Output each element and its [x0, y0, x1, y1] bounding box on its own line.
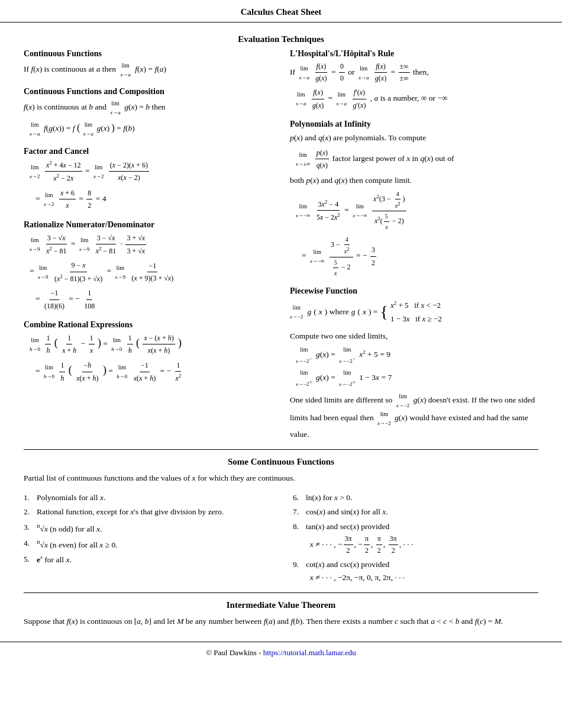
section-divider-2	[24, 592, 538, 593]
continuous-functions-list: 1. Polynomials for all x. 2. Rational fu…	[24, 489, 538, 585]
list-item-7: 7. cos(x) and sin(x) for all x.	[293, 505, 538, 518]
piecewise-text1: Compute two one sided limits,	[290, 330, 538, 343]
page-footer: © Paul Dawkins - https://tutorial.math.l…	[0, 642, 562, 662]
section-divider-1	[24, 449, 538, 450]
list-item-1: 1. Polynomials for all x.	[24, 491, 269, 504]
ivt-title: Intermediate Value Theorem	[24, 600, 538, 610]
list-item-8: 8. tan(x) and sec(x) provided x ≠ · · · …	[293, 520, 538, 556]
header-title: Calculus Cheat Sheet	[241, 7, 322, 17]
factor-cancel-title: Factor and Cancel	[24, 147, 272, 156]
footer-copyright: © Paul Dawkins	[206, 648, 257, 657]
left-column: Continuous Functions If f(x) is continuo…	[24, 49, 272, 387]
list-item-2: 2. Rational function, except for x's tha…	[24, 505, 269, 518]
list-item-9: 9. cot(x) and csc(x) provided x ≠ · · · …	[293, 558, 538, 584]
continuous-functions-title: Continuous Functions	[24, 49, 272, 59]
piecewise-title: Piecewise Function	[290, 286, 538, 296]
poly-inf-example2: = lim x→−∞ 3 − 4x2 5x − 2 = − 3 2	[302, 234, 538, 278]
lhospital-formula: lim x→a f(x) g(x) = lim x→a f′(x)	[296, 86, 538, 111]
composition-formula: lim x→a f(g(x)) = f ( lim x→a g(x) ) = f…	[30, 120, 272, 138]
list-col-right: 6. ln(x) for x > 0. 7. cos(x) and sin(x)…	[293, 489, 538, 585]
list-item-6: 6. ln(x) for x > 0.	[293, 491, 538, 504]
list-item-4: 4. n√x (n even) for all x ≥ 0.	[24, 537, 269, 551]
poly-inf-example1: lim x→−∞ 3x2 − 4 5x − 2x2 = lim x→−∞ x2	[296, 189, 538, 232]
polynomials-infinity-text: p(x) and q(x) are polynomials. To comput…	[290, 131, 538, 144]
factor-cancel-formula1: lim x→2 x2 + 4x − 12 x2 − 2x = lim x→2	[30, 159, 272, 185]
right-column: L'Hospital's/L'Hôpital's Rule If lim x→a…	[290, 49, 538, 442]
continuous-functions-intro: Partial list of continuous functions and…	[24, 472, 538, 485]
lhospital-text1: If lim x→a f(x) g(x) = 0 0 or	[290, 61, 538, 84]
combine-formula2: = lim h→0 1 h ( −h x(x + h) ) =	[35, 359, 272, 385]
combine-formula1: lim h→0 1 h ( 1 x + h − 1 x )	[30, 332, 272, 357]
composition-title: Continuous Functions and Composition	[24, 87, 272, 96]
evaluation-techniques-section: Continuous Functions If f(x) is continuo…	[24, 49, 538, 442]
some-continuous-title: Some Continuous Functions	[24, 457, 538, 467]
list-item-3: 3. n√x (n odd) for all x.	[24, 521, 269, 535]
evaluation-techniques-title: Evaluation Techniques	[24, 34, 538, 44]
polynomials-infinity-def: lim x→±∞ p(x) q(x) factor largest power …	[296, 147, 538, 172]
rationalize-formula2: = lim x→9 9 − x (x2 − 81)(3 + √x) = lim …	[30, 259, 272, 285]
footer-link[interactable]: https://tutorial.math.lamar.edu	[263, 648, 356, 657]
list-item-5: 5. ex for all x.	[24, 553, 269, 566]
continuous-functions-text: If f(x) is continuous at a then lim x→a …	[24, 61, 272, 79]
combine-rational-title: Combine Rational Expressions	[24, 320, 272, 330]
piecewise-limits: lim x→−2− g(x) = lim x→−2− x2 + 5 = 9	[296, 344, 538, 389]
composition-text1: f(x) is continuous at b and lim x→a g(x)…	[24, 99, 272, 117]
factor-cancel-formula2: = lim x→2 x + 6 x = 8 2 = 4	[35, 187, 272, 212]
polynomials-infinity-title: Polynomials at Infinity	[290, 120, 538, 129]
rationalize-formula3: = −1 (18)(6) = − 1 108	[35, 287, 272, 312]
page-header: Calculus Cheat Sheet	[0, 0, 562, 22]
list-col-left: 1. Polynomials for all x. 2. Rational fu…	[24, 489, 269, 585]
polynomials-infinity-text2: both p(x) and q(x) then compute limit.	[290, 174, 538, 187]
rationalize-title: Rationalize Numerator/Denominator	[24, 220, 272, 230]
lhospital-title: L'Hospital's/L'Hôpital's Rule	[290, 49, 538, 59]
piecewise-conclusion: One sided limits are different so lim x→…	[290, 392, 538, 440]
piecewise-formula: lim x→−2 g(x) where g(x) = { x2 + 5 if x…	[290, 298, 538, 326]
rationalize-formula1: lim x→9 3 − √x x2 − 81 = lim x→9 3 − √x	[30, 232, 272, 257]
ivt-text: Suppose that f(x) is continuous on [a, b…	[24, 615, 538, 628]
